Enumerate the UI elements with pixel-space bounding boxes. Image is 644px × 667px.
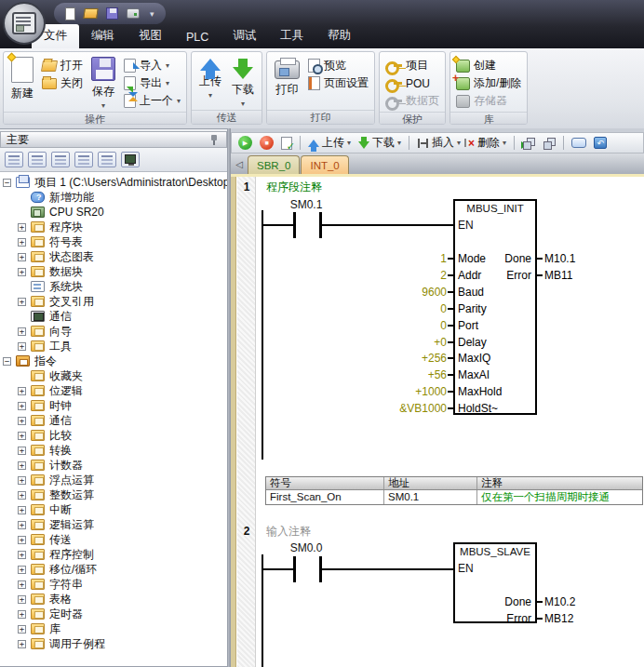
program-editor-icon[interactable] bbox=[5, 152, 23, 167]
compile-button[interactable] bbox=[278, 134, 295, 153]
export-button[interactable]: 导出 ▾ bbox=[121, 74, 183, 92]
tab-sbr0[interactable]: SBR_0 bbox=[248, 155, 300, 174]
menu-tab-tools[interactable]: 工具 bbox=[268, 24, 315, 48]
tree-item[interactable]: −指令 bbox=[0, 354, 227, 368]
tree-expander-plus-icon[interactable]: + bbox=[18, 476, 26, 485]
contact-bar[interactable] bbox=[293, 212, 296, 238]
menu-tab-debug[interactable]: 调试 bbox=[221, 24, 268, 48]
pin-value[interactable]: +0 bbox=[315, 336, 447, 349]
tree-expander-minus-icon[interactable]: − bbox=[3, 179, 11, 187]
tree-expander-plus-icon[interactable]: + bbox=[18, 402, 26, 410]
tree-expander-plus-icon[interactable]: + bbox=[18, 461, 26, 470]
symbol-table-view-icon[interactable] bbox=[28, 152, 47, 167]
new-button[interactable]: 新建 bbox=[7, 54, 38, 110]
run-button[interactable]: ▶ bbox=[235, 134, 255, 153]
tree-expander-plus-icon[interactable]: + bbox=[18, 223, 26, 232]
tree-item[interactable]: +时钟 bbox=[0, 398, 227, 413]
tree-item[interactable]: +状态图表 bbox=[0, 249, 227, 264]
tree-item[interactable]: +逻辑运算 bbox=[0, 517, 227, 532]
data-block-view-icon[interactable] bbox=[74, 152, 93, 167]
pin-value[interactable]: 2 bbox=[315, 269, 447, 282]
pin-operand[interactable]: MB12 bbox=[544, 612, 573, 625]
pin-value[interactable]: 9600 bbox=[315, 286, 447, 299]
tree-item[interactable]: +通信 bbox=[0, 413, 227, 428]
tree-expander-plus-icon[interactable]: + bbox=[18, 447, 26, 455]
pin-operand[interactable]: M10.1 bbox=[544, 252, 575, 265]
tab-int0[interactable]: INT_0 bbox=[301, 155, 348, 174]
status-chart-view-icon[interactable] bbox=[51, 152, 70, 167]
import-button[interactable]: 导入 ▾ bbox=[121, 57, 183, 74]
tree-item[interactable]: +比较 bbox=[0, 428, 227, 443]
tree-item[interactable]: +表格 bbox=[0, 592, 227, 607]
delete-button[interactable]: × 删除 ▾ bbox=[465, 134, 509, 153]
page-setup-button[interactable]: 页面设置 bbox=[305, 74, 371, 92]
download-toolbar-button[interactable]: 下载 ▾ bbox=[356, 134, 404, 153]
tree-item[interactable]: +转换 bbox=[0, 443, 227, 458]
menu-tab-plc[interactable]: PLC bbox=[174, 27, 221, 48]
tree-expander-plus-icon[interactable]: + bbox=[18, 566, 26, 574]
tree-expander-plus-icon[interactable]: + bbox=[18, 238, 26, 247]
tree-expander-plus-icon[interactable]: + bbox=[18, 506, 26, 514]
pin-value[interactable]: &VB1000 bbox=[315, 402, 447, 415]
preview-button[interactable]: 预览 bbox=[305, 57, 371, 74]
download-button[interactable]: 下载 ▾ bbox=[227, 54, 259, 108]
network-comment[interactable]: 输入注释 bbox=[266, 524, 311, 540]
insert-button[interactable]: 插入 ▾ bbox=[414, 134, 463, 153]
tree-item[interactable]: +工具 bbox=[0, 339, 227, 354]
tree-item[interactable]: +向导 bbox=[0, 324, 227, 339]
pin-value[interactable]: 0 bbox=[315, 319, 447, 332]
contact-bar[interactable] bbox=[293, 556, 296, 582]
network-comment[interactable]: 程序段注释 bbox=[266, 180, 322, 195]
tree-item[interactable]: +位逻辑 bbox=[0, 383, 227, 398]
tree-item[interactable]: 新增功能 bbox=[0, 190, 227, 205]
stop-button[interactable]: ■ bbox=[257, 134, 276, 153]
tree-expander-plus-icon[interactable]: + bbox=[18, 417, 26, 425]
pin-value[interactable]: +256 bbox=[315, 352, 447, 365]
tree-expander-plus-icon[interactable]: + bbox=[18, 610, 26, 619]
pin-icon[interactable] bbox=[209, 134, 221, 145]
tree-item[interactable]: 收藏夹 bbox=[0, 368, 227, 383]
pin-operand[interactable]: MB11 bbox=[544, 269, 572, 282]
protect-project-button[interactable]: 项目 bbox=[382, 57, 442, 74]
pin-value[interactable]: +1000 bbox=[315, 385, 447, 398]
tree-expander-plus-icon[interactable]: + bbox=[18, 521, 26, 529]
communications-view-icon[interactable] bbox=[121, 152, 140, 167]
tree-expander-minus-icon[interactable]: − bbox=[3, 357, 11, 366]
tab-scroll-left-icon[interactable]: ◁ bbox=[233, 157, 246, 172]
upload-toolbar-button[interactable]: 上传 ▾ bbox=[305, 134, 354, 153]
new-file-icon[interactable] bbox=[65, 7, 75, 20]
save-file-icon[interactable] bbox=[106, 7, 118, 20]
tree-expander-plus-icon[interactable]: + bbox=[18, 551, 26, 559]
tree-expander-plus-icon[interactable]: + bbox=[18, 432, 26, 440]
tree-item[interactable]: +数据块 bbox=[0, 264, 227, 279]
close-button[interactable]: 关闭 bbox=[39, 74, 86, 92]
pin-value[interactable]: 0 bbox=[315, 302, 447, 315]
tree-item[interactable]: −项目 1 (C:\Users\Administrator\Desktop) bbox=[0, 175, 227, 190]
tree-expander-plus-icon[interactable]: + bbox=[18, 625, 26, 634]
menu-tab-help[interactable]: 帮助 bbox=[315, 24, 363, 48]
tree-item[interactable]: +整数运算 bbox=[0, 487, 227, 502]
tree-item[interactable]: +定时器 bbox=[0, 607, 227, 621]
tree-expander-plus-icon[interactable]: + bbox=[18, 536, 26, 544]
tree-expander-plus-icon[interactable]: + bbox=[18, 580, 26, 589]
qat-customize-caret-icon[interactable]: ▾ bbox=[150, 9, 154, 19]
tree-item[interactable]: +库 bbox=[0, 621, 227, 636]
tree-item[interactable]: +传送 bbox=[0, 532, 227, 547]
print-button[interactable]: 打印 bbox=[270, 54, 304, 108]
symbol-table-row[interactable]: First_Scan_On SM0.1 仅在第一个扫描周期时接通 bbox=[266, 490, 642, 504]
open-button[interactable]: 打开 bbox=[39, 57, 86, 74]
tree-item[interactable]: +中断 bbox=[0, 502, 227, 517]
tree-expander-plus-icon[interactable]: + bbox=[18, 387, 26, 395]
tree-expander-plus-icon[interactable]: + bbox=[18, 595, 26, 604]
undo-button[interactable]: ↶ bbox=[591, 134, 610, 153]
print-icon[interactable] bbox=[127, 8, 140, 19]
tree-item[interactable]: 系统块 bbox=[0, 279, 227, 294]
tree-item[interactable]: +符号表 bbox=[0, 234, 227, 249]
system-block-view-icon[interactable] bbox=[98, 152, 116, 167]
pin-value[interactable]: 1 bbox=[315, 252, 447, 265]
tree-item[interactable]: +交叉引用 bbox=[0, 294, 227, 309]
mbus-slave-block[interactable]: MBUS_SLAVE EN bbox=[453, 542, 537, 623]
protect-pou-button[interactable]: POU bbox=[382, 74, 442, 92]
save-button[interactable]: 保存 ▾ bbox=[87, 54, 120, 110]
tree-expander-plus-icon[interactable]: + bbox=[18, 342, 26, 351]
